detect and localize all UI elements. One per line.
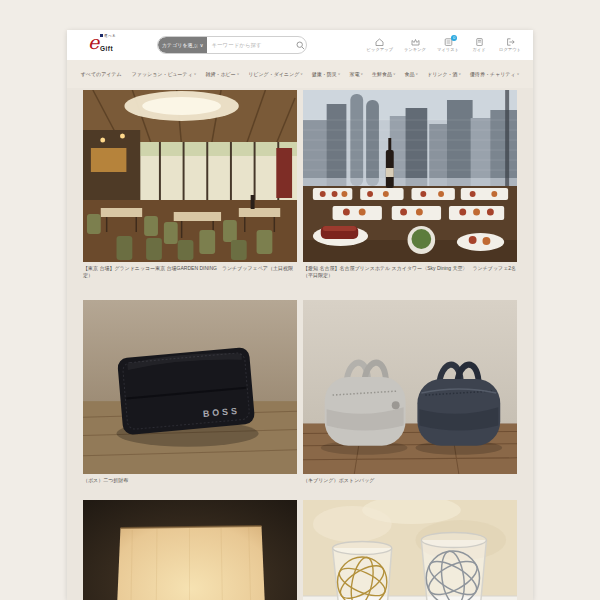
egift-logo[interactable]: 選べる e Gift: [87, 32, 133, 58]
chevron-down-icon: ∨: [300, 72, 303, 76]
nav-item-living-dining[interactable]: リビング・ダイニング∨: [248, 71, 303, 77]
product-caption: 【愛知 名古屋】名古屋プリンスホテル スカイタワー〈Sky Dining 天空〉…: [303, 262, 517, 300]
logo-gift: Gift: [100, 45, 113, 52]
search-bar: カテゴリを選ぶ ∨: [157, 36, 307, 54]
nav-item-fashion-beauty[interactable]: ファッション・ビューティ∨: [132, 71, 197, 77]
logout-nav-item[interactable]: ログアウト: [499, 38, 521, 52]
page-background: 選べる e Gift カテゴリを選ぶ ∨ ピック: [0, 0, 600, 600]
nav-item-health[interactable]: 健康・防災∨: [312, 71, 341, 77]
nav-item-food[interactable]: 食品∨: [405, 71, 419, 77]
logo-e: e: [88, 33, 99, 52]
search-input[interactable]: [207, 42, 294, 48]
header-icon-nav: ピックアップ ランキング 0 マイリスト: [367, 38, 521, 52]
nav-item-voucher-charity[interactable]: 優待券・チャリティ∨: [470, 71, 519, 77]
chevron-down-icon: ∨: [360, 72, 363, 76]
crown-icon: [411, 38, 420, 46]
product-image-black-wallet: BOSS: [83, 300, 297, 474]
category-select-label: カテゴリを選ぶ: [162, 42, 198, 48]
chevron-down-icon: ∨: [200, 42, 204, 48]
chevron-down-icon: ∨: [237, 72, 240, 76]
mylist-label: マイリスト: [437, 47, 459, 52]
category-navbar: すべてのアイテム ファッション・ビューティ∨ 雑貨・ホビー∨ リビング・ダイニン…: [67, 60, 533, 88]
product-image-buffet-city-view: [303, 90, 517, 262]
product-card-nagoya-sky-dining[interactable]: 【愛知 名古屋】名古屋プリンスホテル スカイタワー〈Sky Dining 天空〉…: [303, 90, 517, 300]
product-card-kipling-boston-bag[interactable]: （キプリング）ボストンバッグ: [303, 300, 517, 500]
category-select-button[interactable]: カテゴリを選ぶ ∨: [158, 37, 207, 53]
pickup-nav-item[interactable]: ピックアップ: [367, 38, 393, 52]
mylist-nav-item[interactable]: 0 マイリスト: [437, 38, 459, 52]
product-card-glass-objects[interactable]: [303, 500, 517, 600]
guide-label: ガイド: [472, 47, 485, 52]
chevron-down-icon: ∨: [393, 72, 396, 76]
site-window: 選べる e Gift カテゴリを選ぶ ∨ ピック: [67, 30, 533, 600]
logout-icon: [506, 38, 515, 46]
site-header: 選べる e Gift カテゴリを選ぶ ∨ ピック: [67, 30, 533, 60]
guide-nav-item[interactable]: ガイド: [470, 38, 488, 52]
product-caption: （キプリング）ボストンバッグ: [303, 474, 517, 500]
home-icon: [375, 38, 384, 46]
guide-document-icon: [475, 38, 484, 46]
product-image-glowing-lampshade: [83, 500, 297, 600]
nav-item-appliances[interactable]: 家電∨: [349, 71, 363, 77]
product-image-restaurant-interior: [83, 90, 297, 262]
nav-item-fresh-food[interactable]: 生鮮食品∨: [372, 71, 396, 77]
nav-item-goods-hobby[interactable]: 雑貨・ホビー∨: [205, 71, 239, 77]
chevron-down-icon: ∨: [517, 72, 520, 76]
mylist-count-badge: 0: [451, 35, 457, 41]
chevron-down-icon: ∨: [459, 72, 462, 76]
product-image-glass-wire-spheres: [303, 500, 517, 600]
chevron-down-icon: ∨: [338, 72, 341, 76]
product-caption: 【東京 台場】グランドニッコー東京 台場GARDEN DINING ランチブッフ…: [83, 262, 297, 300]
logo-top-text: 選べる: [100, 34, 116, 38]
product-list-area: 【東京 台場】グランドニッコー東京 台場GARDEN DINING ランチブッフ…: [67, 88, 533, 600]
nav-item-drink-sake[interactable]: ドリンク・酒∨: [427, 71, 461, 77]
ranking-nav-item[interactable]: ランキング: [404, 38, 426, 52]
logout-label: ログアウト: [499, 47, 521, 52]
product-caption: （ボス）二つ折財布: [83, 474, 297, 500]
product-card-odaiba-lunch-buffet[interactable]: 【東京 台場】グランドニッコー東京 台場GARDEN DINING ランチブッフ…: [83, 90, 297, 300]
chevron-down-icon: ∨: [194, 72, 197, 76]
nav-item-all[interactable]: すべてのアイテム: [81, 71, 123, 77]
product-card-lamp[interactable]: [83, 500, 297, 600]
search-icon[interactable]: [294, 41, 306, 50]
chevron-down-icon: ∨: [416, 72, 419, 76]
product-card-boss-wallet[interactable]: BOSS （ボス）二つ折財布: [83, 300, 297, 500]
pickup-label: ピックアップ: [367, 47, 393, 52]
ranking-label: ランキング: [404, 47, 426, 52]
product-image-two-bags: [303, 300, 517, 474]
